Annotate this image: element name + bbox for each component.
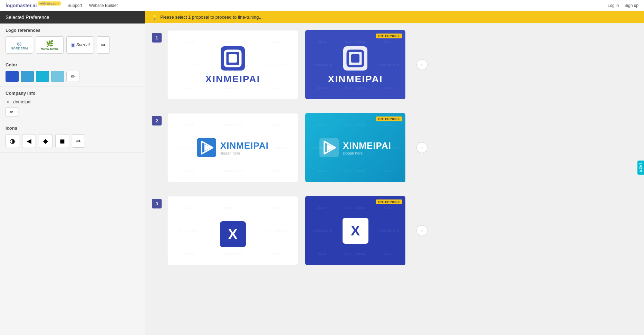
mamajumbo-text: Mama Jumbo [41, 47, 58, 50]
proposal-3-next-arrow[interactable]: › [416, 225, 427, 236]
proposals-container: 1 star.ailogomaster.aistar.ai logomaster… [145, 23, 644, 286]
play-icon-svg [197, 138, 216, 157]
logo-ref-surreal[interactable]: ▣ Surreal [66, 36, 94, 54]
proposal-2-next-arrow[interactable]: › [416, 142, 427, 153]
color-swatch-3[interactable] [36, 71, 49, 82]
company-name-2-light: XINMEIPAI [220, 140, 269, 151]
logo-3-x-box: X [220, 221, 246, 247]
proposal-number-3: 3 [152, 199, 162, 208]
logo-1-dark-content: XINMEIPAI [328, 45, 383, 85]
edit-icon: ✏ [71, 73, 75, 80]
icons-section-title: Icons [6, 125, 139, 131]
edit-icon: ✏ [10, 110, 13, 114]
wix-badge: with Wix.com [38, 1, 60, 6]
color-swatches: ✏ [6, 71, 139, 82]
edit-icon: ✏ [101, 42, 106, 48]
color-swatch-1[interactable] [6, 71, 19, 82]
logo-ref-mamajumbo[interactable]: 🌿 Mama Jumbo [36, 36, 64, 54]
main-content: 💡 Please select 1 proposal to proceed to… [145, 11, 644, 335]
proposal-number-2: 2 [152, 116, 162, 125]
square-icon-svg-dark [342, 45, 369, 72]
play-icon-svg-dark [319, 138, 339, 157]
norderm-icon: ◎ [11, 40, 28, 47]
icon-item-diamond[interactable]: ◆ [39, 134, 52, 148]
pie-icon: ◑ [10, 137, 15, 145]
logo-3-x-box-dark: X [343, 218, 368, 244]
nav-website-builder[interactable]: Website Builder [89, 3, 118, 8]
proposal-1-dark[interactable]: star.ailogomaster.aistar.ai logomaster.a… [305, 30, 405, 99]
logo-1-light-content: XINMEIPAI [205, 45, 260, 85]
icons-section: Icons ◑ ◀ ◆ ◼ ✏ [0, 121, 145, 152]
app-logo[interactable]: logomaster.ai with Wix.com [6, 3, 61, 8]
x-icon-box: X [220, 221, 246, 247]
icons-edit-button[interactable]: ✏ [72, 134, 85, 148]
floating-badge[interactable]: 142M [637, 160, 644, 175]
proposal-3-dark[interactable]: star.ailogomaster.aistar.ai logomaster.a… [305, 196, 405, 265]
x-letter: X [228, 226, 238, 242]
icon-item-pie[interactable]: ◑ [6, 134, 19, 148]
alert-text: Please select 1 proposal to proceed to f… [160, 15, 262, 20]
proposal-2-dark[interactable]: star.ailogomaster.aistar.ai logomaster.a… [305, 113, 405, 182]
main-layout: Selected Preference Logo references ◎ NO… [0, 11, 644, 335]
proposal-logos-3: star.ailogomaster.aistar.ai logomaster.a… [167, 196, 637, 265]
surreal-icon: ▣ [71, 42, 75, 48]
logo-2-dark-text: XINMEIPAI slogan here [343, 140, 391, 155]
sidebar-header: Selected Preference [0, 11, 145, 24]
x-icon-box-dark: X [343, 218, 368, 244]
nav-login[interactable]: Log in [608, 3, 619, 8]
proposal-1-next-arrow[interactable]: › [416, 59, 427, 70]
mamajumbo-icon: 🌿 [41, 40, 58, 47]
company-name-2-dark: XINMEIPAI [343, 140, 391, 151]
logo-2-light-content: XINMEIPAI slogan here [197, 138, 269, 157]
logo-3-light-content: X [167, 203, 298, 265]
play-icon: ◀ [27, 137, 31, 145]
color-edit-button[interactable]: ✏ [66, 71, 79, 82]
square-icon: ◼ [60, 137, 65, 145]
logo-refs-list: ◎ NORDERM 🌿 Mama Jumbo ▣ Surreal [6, 36, 139, 54]
logo-references-section: Logo references ◎ NORDERM 🌿 Mama Jumbo [0, 24, 145, 58]
icon-item-play[interactable]: ◀ [22, 134, 36, 148]
logo-2-dark-content: XINMEIPAI slogan here [319, 138, 391, 157]
icon-item-square[interactable]: ◼ [55, 134, 69, 148]
company-info-list: xinmeipai [6, 99, 139, 104]
enterprise-badge-1: ENTERPRISE [376, 34, 402, 38]
logo-2-text: XINMEIPAI slogan here [220, 140, 269, 155]
sidebar: Selected Preference Logo references ◎ NO… [0, 11, 145, 335]
proposal-logos-2: star.ailogomaster.aistar.ai logomaster.a… [167, 113, 637, 182]
svg-rect-5 [351, 54, 359, 63]
proposal-logos-1: star.ailogomaster.aistar.ai logomaster.a… [167, 30, 637, 99]
color-swatch-4[interactable] [51, 71, 64, 82]
square-icon-svg [219, 45, 247, 72]
company-name-1-dark: XINMEIPAI [328, 74, 383, 85]
alert-icon: 💡 [152, 15, 157, 20]
proposal-row-1: 1 star.ailogomaster.aistar.ai logomaster… [152, 30, 637, 99]
nav-support[interactable]: Support [68, 3, 82, 8]
color-section: Color ✏ [0, 58, 145, 86]
edit-icon: ✏ [76, 138, 81, 145]
surreal-text: Surreal [76, 43, 90, 47]
slogan-2-dark: slogan here [343, 151, 391, 155]
proposal-3-light[interactable]: star.ailogomaster.aistar.ai logomaster.a… [167, 196, 298, 265]
norderm-text: NORDERM [11, 47, 28, 50]
company-info-title: Company info [6, 91, 139, 96]
color-section-title: Color [6, 62, 139, 67]
nav-signup[interactable]: Sign up [624, 3, 638, 8]
logo-references-title: Logo references [6, 28, 139, 33]
logo-ref-norderm[interactable]: ◎ NORDERM [6, 36, 33, 54]
logo-refs-edit-button[interactable]: ✏ [97, 36, 110, 54]
logo-text: logomaster [6, 3, 31, 8]
color-swatch-2[interactable] [21, 71, 34, 82]
proposal-1-light[interactable]: star.ailogomaster.aistar.ai logomaster.a… [167, 30, 298, 99]
x-letter-dark: X [351, 223, 360, 239]
company-info-edit-button[interactable]: ✏ [6, 107, 18, 117]
topnav: logomaster.ai with Wix.com Support Websi… [0, 0, 644, 11]
nav-auth: Log in Sign up [608, 3, 638, 8]
proposal-2-light[interactable]: star.ailogomaster.aistar.ai logomaster.a… [167, 113, 298, 182]
icons-row: ◑ ◀ ◆ ◼ ✏ [6, 134, 139, 148]
proposal-row-2: 2 star.ailogomaster.aistar.ai logomaster… [152, 113, 637, 182]
proposal-row-3: 3 star.ailogomaster.aistar.ai logomaster… [152, 196, 637, 265]
company-name-item: xinmeipai [12, 99, 139, 104]
enterprise-badge-3: ENTERPRISE [376, 199, 402, 204]
enterprise-badge-2: ENTERPRISE [376, 117, 402, 121]
slogan-2-light: slogan here [220, 151, 269, 155]
